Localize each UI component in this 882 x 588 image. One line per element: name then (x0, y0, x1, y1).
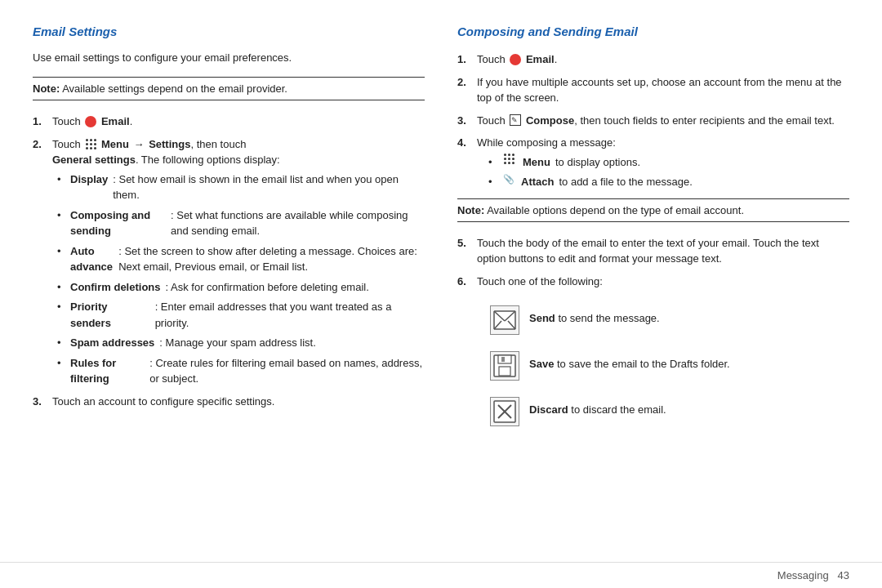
page-content: Email Settings Use email settings to con… (0, 0, 882, 562)
step-content: Touch Menu → Settings, then touch Genera… (52, 136, 425, 387)
save-text: Save to save the email to the Drafts fol… (529, 351, 730, 372)
step-number: 2. (457, 74, 472, 106)
right-step-3: 3. Touch Compose, then touch fields to e… (457, 113, 849, 129)
step-number: 3. (33, 394, 47, 410)
left-steps: 1. Touch Email. 2. Touch Menu → Set (33, 114, 425, 409)
step-number: 1. (457, 51, 472, 68)
step-number: 1. (33, 114, 47, 130)
step-content: While composing a message: Menu to displ… (477, 135, 693, 190)
bullet-priority-senders: Priority senders: Enter email addresses … (52, 299, 425, 331)
step-number: 6. (457, 274, 472, 290)
step-number: 4. (457, 135, 472, 190)
action-save: Save to save the email to the Drafts fol… (482, 351, 849, 381)
step-content: Touch Email. (477, 51, 557, 68)
composing-bullets: Menu to display options. 📎 Attach to add… (477, 154, 693, 190)
settings-label: Settings (149, 138, 190, 150)
step-content: Touch Email. (52, 114, 132, 130)
save-icon (490, 351, 519, 381)
step-content: Touch Compose, then touch fields to ente… (477, 113, 835, 129)
bullet-rules-filtering: Rules for filtering: Create rules for fi… (52, 355, 425, 387)
email-icon (85, 116, 96, 127)
right-step-4: 4. While composing a message: (457, 135, 849, 190)
left-column: Email Settings Use email settings to con… (33, 24, 425, 546)
bullet-spam-addresses: Spam addresses: Manage your spam address… (52, 335, 425, 351)
left-note: Note: Available settings depend on the e… (33, 77, 425, 100)
action-discard: Discard to discard the email. (482, 397, 849, 426)
left-step-2: 2. Touch Menu → Settings, then touch Gen… (33, 136, 425, 387)
bullet-menu: Menu to display options. (483, 154, 693, 171)
right-step-5: 5. Touch the body of the email to enter … (457, 235, 849, 267)
send-text: Send to send the message. (529, 305, 660, 327)
left-note-label: Note: (33, 82, 60, 95)
step-number: 2. (33, 136, 47, 387)
bullet-confirm-deletions: Confirm deletions: Ask for confirmation … (52, 279, 425, 296)
email-label: Email (101, 115, 130, 127)
action-list: Send to send the message. Save to save t… (457, 302, 849, 430)
compose-icon (510, 114, 521, 126)
left-section-title: Email Settings (33, 24, 425, 38)
send-icon (490, 305, 519, 335)
svg-rect-8 (501, 357, 505, 362)
right-section-title: Composing and Sending Email (457, 24, 849, 38)
discard-icon (490, 397, 519, 426)
right-note-text: Available options depend on the type of … (487, 204, 744, 216)
email-label: Email (526, 53, 555, 65)
attach-bold: Attach (521, 174, 554, 190)
footer-label: Messaging (777, 569, 829, 581)
right-note-label: Note: (457, 204, 484, 216)
menu-label: Menu (101, 138, 129, 150)
bullet-display: Display: Set how email is shown in the e… (52, 172, 425, 203)
settings-bullets: Display: Set how email is shown in the e… (52, 172, 425, 387)
bullet-auto-advance: Auto advance: Set the screen to show aft… (52, 243, 425, 275)
right-note: Note: Available options depend on the ty… (457, 198, 849, 222)
step-content: Touch an account to configure specific s… (52, 394, 274, 410)
discard-text: Discard to discard the email. (529, 397, 666, 418)
step-number: 5. (457, 235, 472, 267)
step-content: Touch the body of the email to enter the… (477, 235, 849, 267)
right-column: Composing and Sending Email 1. Touch Ema… (457, 24, 849, 546)
menu-bold: Menu (523, 154, 550, 171)
action-send: Send to send the message. (482, 305, 849, 335)
left-step-3: 3. Touch an account to configure specifi… (33, 394, 425, 410)
menu-icon (85, 138, 96, 149)
email-icon (510, 54, 521, 65)
step-number: 3. (457, 113, 472, 129)
right-step-2: 2. If you have multiple accounts set up,… (457, 74, 849, 106)
menu-icon (503, 154, 514, 165)
right-steps-2: 5. Touch the body of the email to enter … (457, 235, 849, 290)
svg-rect-7 (499, 367, 510, 376)
left-intro: Use email settings to configure your ema… (33, 51, 425, 64)
footer: Messaging 43 (0, 562, 882, 588)
general-settings-label: General settings (52, 154, 136, 166)
footer-page: 43 (838, 569, 849, 581)
step-content: Touch one of the following: (477, 274, 603, 290)
bullet-composing: Composing and sending: Set what function… (52, 207, 425, 239)
compose-label: Compose (526, 114, 574, 127)
arrow: → (134, 136, 145, 153)
attach-icon: 📎 (503, 173, 514, 185)
step-content: If you have multiple accounts set up, ch… (477, 74, 849, 106)
left-note-text: Available settings depend on the email p… (62, 82, 287, 95)
right-step-6: 6. Touch one of the following: (457, 274, 849, 290)
left-step-1: 1. Touch Email. (33, 114, 425, 130)
bullet-attach: 📎 Attach to add a file to the message. (483, 174, 693, 190)
right-step-1: 1. Touch Email. (457, 51, 849, 68)
right-steps: 1. Touch Email. 2. If you have multiple … (457, 51, 849, 190)
